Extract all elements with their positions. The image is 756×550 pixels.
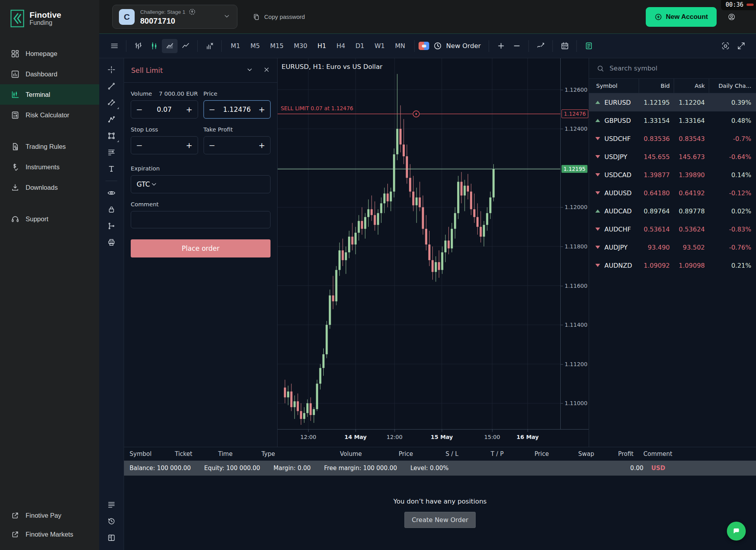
- timeframe-d1-button[interactable]: D1: [350, 39, 370, 53]
- time-axis[interactable]: 12:0014 May12:0015 May15:0016 May: [278, 429, 589, 447]
- create-new-order-button[interactable]: Create New Order: [404, 512, 476, 528]
- watchlist-col-symbol[interactable]: Symbol: [589, 79, 639, 93]
- chevron-down-icon[interactable]: [246, 66, 254, 75]
- sidebar-footer-finotive-markets[interactable]: Finotive Markets: [0, 525, 99, 544]
- comment-input[interactable]: [131, 211, 271, 228]
- timeframe-h4-button[interactable]: H4: [332, 39, 350, 53]
- volume-input[interactable]: 0.07: [148, 106, 181, 113]
- timeframe-w1-button[interactable]: W1: [369, 39, 390, 53]
- watchlist-row-usdchf[interactable]: USDCHF 0.83536 0.83543 -0.7%: [589, 130, 756, 148]
- object-tree-tool[interactable]: [103, 218, 120, 234]
- price-input[interactable]: 1.12476: [220, 106, 254, 113]
- lock-tool[interactable]: [103, 201, 120, 218]
- new-order-button[interactable]: New Order: [433, 41, 481, 50]
- bar-chart-type-icon[interactable]: [130, 39, 146, 53]
- sidebar-item-risk-calculator[interactable]: Risk Calculator: [0, 105, 99, 125]
- positions-col-profit[interactable]: Profit: [594, 450, 634, 457]
- crosshair-tool[interactable]: [103, 61, 120, 78]
- candle-chart-type-icon[interactable]: [146, 39, 162, 53]
- watchlist-row-audcad[interactable]: AUDCAD 0.89764 0.89778 0.02%: [589, 202, 756, 220]
- history-tool[interactable]: [103, 513, 120, 530]
- price-increase-button[interactable]: +: [254, 105, 270, 114]
- watchlist-row-audnzd[interactable]: AUDNZD 1.09092 1.09098 0.21%: [589, 256, 756, 274]
- chat-widget-button[interactable]: [727, 522, 746, 541]
- watchlist-col-change[interactable]: Daily Cha...: [709, 79, 756, 93]
- sidebar-item-instruments[interactable]: Instruments: [0, 157, 99, 177]
- trendline-tool[interactable]: [103, 78, 120, 94]
- volume-increase-button[interactable]: +: [181, 105, 198, 114]
- new-account-button[interactable]: New Account: [646, 7, 717, 27]
- watchlist-row-audchf[interactable]: AUDCHF 0.53614 0.53624 -0.83%: [589, 220, 756, 238]
- timeframe-m1-button[interactable]: M1: [226, 39, 245, 53]
- timeframe-mn-button[interactable]: MN: [390, 39, 410, 53]
- positions-col-symbol[interactable]: Symbol: [130, 450, 175, 457]
- print-tool[interactable]: [103, 234, 120, 251]
- zoom-out-icon[interactable]: [509, 39, 524, 53]
- copy-password-button[interactable]: Copy password: [252, 13, 305, 21]
- watchlist-col-ask[interactable]: Ask: [674, 79, 709, 93]
- watchlist-col-bid[interactable]: Bid: [639, 79, 674, 93]
- order-type-label[interactable]: Sell Limit: [131, 67, 163, 74]
- positions-col-ticket[interactable]: Ticket: [175, 450, 218, 457]
- positions-col-time[interactable]: Time: [218, 450, 261, 457]
- profile-menu-button[interactable]: [728, 8, 746, 26]
- positions-col-t-p[interactable]: T / P: [458, 450, 504, 457]
- snapshot-icon[interactable]: [717, 39, 733, 53]
- text-tool[interactable]: [103, 161, 120, 177]
- volume-toggle-icon[interactable]: [202, 39, 217, 53]
- positions-col-volume[interactable]: Volume: [305, 450, 362, 457]
- news-icon[interactable]: [581, 39, 597, 53]
- chart-plot[interactable]: EURUSD, H1: Euro vs US Dollar SELL LIMIT…: [278, 58, 560, 429]
- journal-tool[interactable]: [103, 530, 120, 546]
- close-icon[interactable]: [263, 66, 270, 75]
- fib-tool[interactable]: [103, 144, 120, 161]
- sidebar-item-downloads[interactable]: Downloads: [0, 177, 99, 198]
- watchlist-row-audusd[interactable]: AUDUSD 0.64180 0.64192 -0.12%: [589, 184, 756, 202]
- positions-col-type[interactable]: Type: [261, 450, 305, 457]
- place-order-button[interactable]: Place order: [131, 239, 271, 257]
- take-profit-decrease-button[interactable]: −: [204, 141, 220, 150]
- sidebar-item-trading-rules[interactable]: Trading Rules: [0, 136, 99, 157]
- shape-tool[interactable]: [103, 128, 120, 144]
- watchlist-row-eurusd[interactable]: EURUSD 1.12195 1.12204 0.39%: [589, 93, 756, 111]
- sell-limit-line-label[interactable]: SELL LIMIT 0.07 at 1.12476: [281, 105, 353, 111]
- menu-icon[interactable]: [106, 39, 122, 53]
- calendar-icon[interactable]: [557, 39, 573, 53]
- positions-col-swap[interactable]: Swap: [549, 450, 594, 457]
- zoom-in-icon[interactable]: [493, 39, 509, 53]
- sidebar-item-terminal[interactable]: Terminal: [0, 84, 99, 105]
- stop-loss-decrease-button[interactable]: −: [131, 141, 148, 150]
- timeframe-m30-button[interactable]: M30: [289, 39, 312, 53]
- symbol-search-field[interactable]: Search symbol: [589, 58, 756, 79]
- brand-logo[interactable]: Finotive Funding: [0, 0, 99, 36]
- timeframe-m5-button[interactable]: M5: [245, 39, 265, 53]
- price-decrease-button[interactable]: −: [204, 105, 220, 114]
- line-chart-type-icon[interactable]: [178, 39, 193, 53]
- sidebar-item-support[interactable]: Support: [0, 209, 99, 229]
- positions-col-price[interactable]: Price: [362, 450, 413, 457]
- channel-tool[interactable]: [103, 94, 120, 111]
- sidebar-item-homepage[interactable]: Homepage: [0, 43, 99, 64]
- buy-sell-icon[interactable]: [419, 42, 429, 50]
- objects-list-tool[interactable]: [103, 496, 120, 513]
- stop-loss-increase-button[interactable]: +: [181, 141, 198, 150]
- sell-limit-line[interactable]: [278, 111, 560, 117]
- watchlist-row-usdjpy[interactable]: USDJPY 145.655 145.673 -0.64%: [589, 148, 756, 166]
- positions-col-s-l[interactable]: S / L: [413, 450, 458, 457]
- positions-col-price[interactable]: Price: [504, 450, 549, 457]
- eye-tool[interactable]: [103, 185, 120, 201]
- account-switcher[interactable]: C Challenge: Stage 1 80071710: [112, 5, 237, 29]
- polyline-tool[interactable]: [103, 111, 120, 128]
- timeframe-m15-button[interactable]: M15: [265, 39, 289, 53]
- sidebar-footer-finotive-pay[interactable]: Finotive Pay: [0, 506, 99, 525]
- watchlist-row-gbpusd[interactable]: GBPUSD 1.33154 1.33164 0.48%: [589, 111, 756, 130]
- watchlist-row-usdcad[interactable]: USDCAD 1.39877 1.39890 0.14%: [589, 166, 756, 184]
- timeframe-h1-button[interactable]: H1: [312, 39, 331, 53]
- indicators-icon[interactable]: [533, 39, 548, 53]
- volume-decrease-button[interactable]: −: [131, 105, 148, 114]
- price-axis[interactable]: 1.126001.124001.120001.118001.116001.114…: [560, 58, 589, 429]
- take-profit-increase-button[interactable]: +: [254, 141, 270, 150]
- watchlist-row-audjpy[interactable]: AUDJPY 93.490 93.502 -0.76%: [589, 238, 756, 256]
- fullscreen-icon[interactable]: [733, 39, 749, 53]
- positions-col-comment[interactable]: Comment: [634, 450, 756, 457]
